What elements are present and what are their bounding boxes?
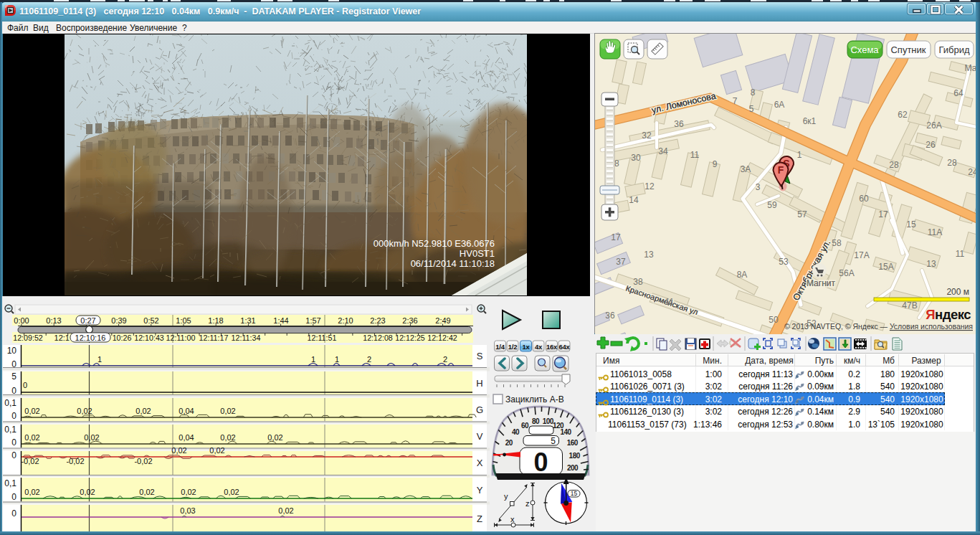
- svg-text:6к1: 6к1: [803, 116, 817, 126]
- svg-text:80: 80: [532, 417, 540, 425]
- svg-text:17A: 17A: [854, 250, 869, 260]
- svg-text:0,03: 0,03: [180, 506, 195, 515]
- svg-text:34: 34: [658, 146, 668, 156]
- svg-text:HV0ST1: HV0ST1: [460, 248, 495, 259]
- svg-text:57: 57: [797, 209, 807, 219]
- svg-text:180: 180: [569, 452, 581, 460]
- svg-text:5: 5: [749, 104, 754, 114]
- svg-text:50: 50: [769, 315, 779, 325]
- svg-text:0,02: 0,02: [209, 446, 224, 455]
- svg-text:0,02: 0,02: [171, 446, 186, 455]
- svg-text:5: 5: [11, 371, 16, 382]
- svg-text:0,04: 0,04: [179, 407, 194, 415]
- svg-text:140: 140: [560, 428, 571, 436]
- svg-text:15: 15: [906, 219, 916, 229]
- svg-text:-0,02: -0,02: [21, 457, 39, 465]
- svg-text:2: 2: [367, 355, 371, 364]
- svg-text:28: 28: [947, 158, 957, 168]
- svg-text:Схема: Схема: [850, 44, 879, 55]
- svg-text:0: 0: [11, 437, 16, 448]
- svg-text:11: 11: [956, 249, 965, 259]
- svg-text:0: 0: [23, 381, 27, 389]
- svg-text:1:18: 1:18: [208, 316, 223, 325]
- svg-text:11A: 11A: [928, 227, 942, 237]
- svg-text:Z: Z: [477, 513, 482, 524]
- svg-text:-0,02: -0,02: [66, 457, 84, 465]
- svg-text:64x: 64x: [559, 343, 571, 351]
- svg-text:0,02: 0,02: [220, 407, 235, 415]
- svg-text:12:12:42: 12:12:42: [427, 333, 457, 342]
- svg-text:59: 59: [767, 200, 777, 210]
- svg-text:Y: Y: [477, 485, 483, 496]
- svg-text:36: 36: [674, 119, 684, 129]
- svg-text:12:1: 12:1: [54, 333, 70, 342]
- svg-text:H: H: [476, 378, 482, 389]
- svg-text:11: 11: [665, 297, 675, 307]
- svg-text:0: 0: [11, 450, 16, 460]
- svg-text:Ма: Ма: [965, 63, 976, 73]
- svg-text:3: 3: [756, 182, 761, 192]
- svg-text:1:31: 1:31: [240, 316, 255, 325]
- svg-text:20: 20: [505, 439, 513, 447]
- svg-text:0: 0: [11, 508, 16, 519]
- svg-text:Спутник: Спутник: [890, 44, 926, 55]
- svg-text:16x: 16x: [546, 343, 558, 351]
- svg-text:000km/h N52.9810 E36.0676: 000km/h N52.9810 E36.0676: [374, 238, 495, 249]
- svg-text:0: 0: [534, 448, 548, 477]
- svg-text:37: 37: [616, 257, 626, 267]
- svg-text:0:39: 0:39: [111, 316, 126, 325]
- svg-text:12:11:34: 12:11:34: [232, 333, 261, 342]
- svg-text:62: 62: [898, 110, 908, 120]
- svg-text:5: 5: [551, 436, 556, 446]
- svg-text:17: 17: [878, 209, 888, 219]
- svg-text:2:49: 2:49: [435, 316, 450, 325]
- svg-text:12: 12: [644, 181, 655, 191]
- svg-text:0,02: 0,02: [84, 433, 99, 442]
- svg-text:G: G: [476, 404, 483, 415]
- svg-text:1: 1: [311, 355, 315, 364]
- svg-text:1: 1: [797, 150, 802, 160]
- svg-text:9: 9: [713, 159, 718, 169]
- svg-text:0:52: 0:52: [143, 316, 158, 325]
- svg-text:12:12:25: 12:12:25: [395, 333, 425, 342]
- svg-text:0: 0: [11, 492, 16, 502]
- svg-text:28: 28: [889, 160, 899, 170]
- svg-text:10:26: 10:26: [113, 333, 132, 342]
- svg-text:0,02: 0,02: [267, 433, 282, 442]
- svg-text:F: F: [778, 164, 784, 176]
- svg-text:64: 64: [953, 88, 964, 98]
- svg-text:58: 58: [832, 238, 842, 248]
- svg-text:© 2013 NAVTEQ, © Яндекс — Усло: © 2013 NAVTEQ, © Яндекс — Условия исполь…: [784, 322, 973, 331]
- svg-text:38: 38: [633, 277, 643, 287]
- svg-text:10: 10: [7, 346, 17, 356]
- svg-text:15A: 15A: [878, 262, 893, 272]
- svg-text:0:13: 0:13: [46, 316, 61, 325]
- svg-text:0,02: 0,02: [220, 433, 235, 442]
- svg-text:z: z: [525, 499, 530, 508]
- svg-text:0: 0: [11, 386, 16, 396]
- svg-text:V: V: [477, 431, 483, 442]
- svg-text:47B: 47B: [902, 300, 917, 311]
- svg-text:0,04: 0,04: [179, 433, 194, 442]
- svg-text:3A: 3A: [741, 164, 751, 174]
- svg-text:0:00: 0:00: [14, 316, 29, 325]
- svg-text:0,02: 0,02: [77, 407, 92, 415]
- svg-text:S: S: [477, 351, 483, 361]
- svg-text:200 м: 200 м: [946, 287, 969, 297]
- svg-text:12:09:52: 12:09:52: [13, 333, 43, 342]
- svg-text:0: 0: [11, 359, 16, 369]
- svg-text:x: x: [510, 515, 515, 524]
- svg-text:4x: 4x: [535, 343, 543, 351]
- svg-text:0,02: 0,02: [24, 488, 39, 496]
- svg-text:0: 0: [11, 411, 16, 421]
- svg-text:1: 1: [335, 355, 339, 364]
- svg-text:6A: 6A: [774, 100, 785, 110]
- svg-text:X: X: [477, 458, 483, 468]
- svg-text:2:36: 2:36: [402, 316, 417, 325]
- svg-text:2:10: 2:10: [338, 316, 353, 325]
- svg-text:Зациклить A-B: Зациклить A-B: [505, 394, 564, 404]
- svg-text:06/11/2014 11:10:18: 06/11/2014 11:10:18: [411, 258, 495, 269]
- svg-text:11: 11: [690, 150, 700, 160]
- svg-text:40: 40: [512, 428, 520, 436]
- svg-text:0,1: 0,1: [4, 398, 16, 408]
